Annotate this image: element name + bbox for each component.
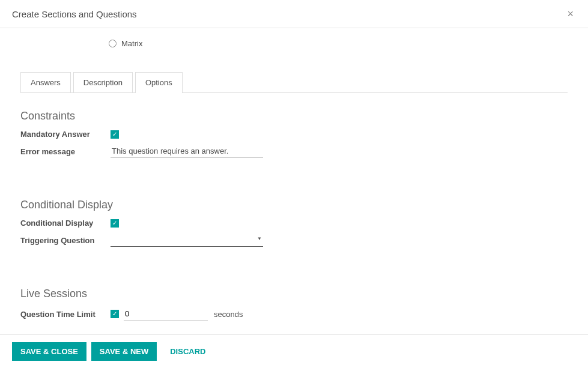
radio-icon [109,40,117,47]
modal-header: Create Sections and Questions × [0,0,588,28]
content-wrap: Matrix Answers Description Options Const… [0,39,588,334]
field-triggering-question: Triggering Question ▼ [20,234,568,247]
modal-body[interactable]: Matrix Answers Description Options Const… [0,28,588,334]
label-conditional-display: Conditional Display [20,219,111,228]
section-heading-conditional: Conditional Display [20,199,568,211]
checkbox-question-time-limit[interactable]: ✓ [111,310,119,318]
label-error-message: Error message [20,147,111,156]
tab-answers[interactable]: Answers [20,72,71,92]
input-triggering-question[interactable] [111,234,263,247]
section-heading-live-sessions: Live Sessions [20,288,568,300]
radio-option-matrix[interactable]: Matrix [109,39,568,48]
label-seconds-unit: seconds [214,310,243,319]
triggering-question-select[interactable]: ▼ [111,234,263,247]
radio-label-matrix: Matrix [121,39,142,48]
tab-description[interactable]: Description [73,72,133,92]
field-conditional-display: Conditional Display ✓ [20,219,568,228]
section-heading-constraints: Constraints [20,110,568,122]
label-question-time-limit: Question Time Limit [20,310,111,319]
save-close-button[interactable]: SAVE & CLOSE [12,342,86,361]
input-error-message[interactable] [111,145,263,158]
modal-title: Create Sections and Questions [12,9,137,19]
input-question-time-limit[interactable] [124,307,208,321]
label-triggering-question: Triggering Question [20,236,111,245]
tab-options[interactable]: Options [135,72,183,92]
close-icon[interactable]: × [565,8,576,19]
label-mandatory-answer: Mandatory Answer [20,130,111,139]
save-new-button[interactable]: SAVE & NEW [91,342,157,361]
tabs: Answers Description Options [20,72,568,93]
discard-button[interactable]: DISCARD [162,342,214,361]
field-question-time-limit: Question Time Limit ✓ seconds [20,307,568,321]
checkbox-mandatory-answer[interactable]: ✓ [111,130,119,139]
field-error-message: Error message [20,145,568,158]
checkbox-conditional-display[interactable]: ✓ [111,219,119,228]
field-mandatory-answer: Mandatory Answer ✓ [20,130,568,139]
modal-footer: SAVE & CLOSE SAVE & NEW DISCARD [0,334,588,368]
